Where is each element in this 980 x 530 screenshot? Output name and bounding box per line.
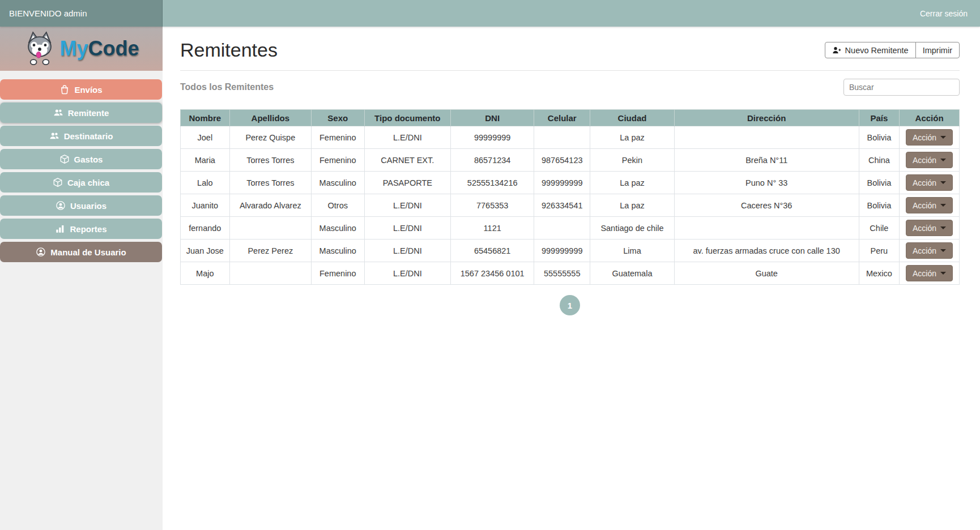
people-icon	[53, 108, 63, 118]
caret-down-icon	[940, 181, 946, 184]
cell-sexo: Otros	[312, 194, 365, 217]
logo: MyCode	[0, 27, 163, 71]
cell-tipo: L.E/DNI	[364, 217, 451, 240]
page-1-button[interactable]: 1	[560, 295, 580, 315]
sidebar-item-remitente[interactable]: Remitente	[0, 102, 162, 123]
print-label: Imprimir	[923, 46, 952, 55]
sidebar-item-manual-de-usuario[interactable]: Manual de Usuario	[0, 242, 162, 262]
table-row: MajoFemeninoL.E/DNI1567 23456 0101555555…	[181, 262, 960, 285]
cell-tipo: L.E/DNI	[364, 240, 451, 262]
user-circle-icon	[56, 200, 66, 211]
accion-dropdown-button[interactable]: Acción	[906, 174, 953, 191]
cell-dni: 1567 23456 0101	[451, 262, 534, 285]
logo-part2: Code	[88, 37, 139, 60]
cell-dni: 1121	[451, 217, 534, 240]
cell-ciudad: Santiago de chile	[590, 217, 675, 240]
col-header-sexo: Sexo	[312, 110, 365, 126]
accion-dropdown-button[interactable]: Acción	[906, 242, 953, 259]
col-header-ciudad: Ciudad	[590, 110, 675, 126]
cell-pais: Bolivia	[859, 126, 899, 149]
sidebar-item-destinatario[interactable]: Destinatario	[0, 126, 162, 146]
caret-down-icon	[940, 249, 946, 252]
cell-ciudad: Lima	[590, 240, 675, 262]
table-row: LaloTorres TorresMasculinoPASAPORTE52555…	[181, 172, 960, 194]
page-header: Remitentes Nuevo Remitente Imprimir	[180, 39, 960, 61]
cube-icon	[53, 177, 63, 187]
sidebar-item-usuarios[interactable]: Usuarios	[0, 195, 162, 216]
cell-sexo: Femenino	[312, 262, 365, 285]
sidebar-item-caja-chica[interactable]: Caja chica	[0, 172, 162, 193]
sidebar-item-label: Manual de Usuario	[50, 247, 126, 257]
cell-ciudad: La paz	[590, 126, 675, 149]
print-button[interactable]: Imprimir	[915, 42, 960, 58]
accion-dropdown-button[interactable]: Acción	[906, 129, 953, 146]
cell-pais: Bolivia	[859, 172, 899, 194]
page-title: Remitentes	[180, 39, 278, 61]
sidebar-item-label: Remitente	[68, 108, 109, 118]
search-input[interactable]	[843, 79, 960, 96]
cell-direccion: Puno N° 33	[674, 172, 859, 194]
cell-ciudad: Guatemala	[590, 262, 675, 285]
table-row: MariaTorres TorresFemeninoCARNET EXT.865…	[181, 149, 960, 172]
accion-label: Acción	[913, 246, 936, 255]
sidebar-item-label: Reportes	[70, 224, 106, 234]
accion-dropdown-button[interactable]: Acción	[906, 152, 953, 168]
cell-tipo: L.E/DNI	[364, 194, 451, 217]
accion-dropdown-button[interactable]: Acción	[906, 265, 953, 281]
cell-accion: Acción	[900, 194, 960, 217]
cell-apellidos: Torres Torres	[229, 149, 311, 172]
cell-dni: 86571234	[451, 149, 534, 172]
table-subtitle: Todos los Remitentes	[180, 82, 274, 92]
sidebar-menu: Envíos Remitente Destinatario Gastos Caj…	[0, 71, 163, 262]
person-plus-icon	[832, 46, 841, 55]
cell-accion: Acción	[900, 149, 960, 172]
cell-direccion: Breña N°11	[674, 149, 859, 172]
col-header-pais: País	[859, 110, 899, 126]
new-remitente-button[interactable]: Nuevo Remitente	[825, 42, 916, 58]
table-toolbar: Todos los Remitentes	[180, 79, 960, 96]
cell-celular	[534, 126, 590, 149]
new-remitente-label: Nuevo Remitente	[845, 46, 909, 55]
col-header-direccion: Dirección	[674, 110, 859, 126]
sidebar-item-gastos[interactable]: Gastos	[0, 149, 162, 169]
col-header-nombre: Nombre	[181, 110, 230, 126]
col-header-apellidos: Apellidos	[229, 110, 311, 126]
bag-icon	[59, 84, 70, 95]
cell-celular: 55555555	[534, 262, 590, 285]
cell-celular: 926334541	[534, 194, 590, 217]
accion-dropdown-button[interactable]: Acción	[906, 197, 953, 213]
table-row: fernandoMasculinoL.E/DNI1121Santiago de …	[181, 217, 960, 240]
caret-down-icon	[940, 204, 946, 207]
cell-dni: 52555134216	[451, 172, 534, 194]
logout-link[interactable]: Cerrar sesión	[920, 9, 968, 18]
cell-apellidos: Torres Torres	[229, 172, 311, 194]
cell-pais: Bolivia	[859, 194, 899, 217]
col-header-accion: Acción	[900, 110, 960, 126]
topbar-right: Cerrar sesión	[163, 0, 980, 27]
cell-pais: Chile	[859, 217, 899, 240]
cell-sexo: Masculino	[312, 217, 365, 240]
accion-label: Acción	[913, 178, 936, 187]
cell-pais: China	[859, 149, 899, 172]
cell-tipo: CARNET EXT.	[364, 149, 451, 172]
cell-tipo: PASAPORTE	[364, 172, 451, 194]
welcome-banner: BIENVENIDO admin	[0, 0, 163, 27]
accion-label: Acción	[913, 224, 936, 233]
cell-sexo: Masculino	[312, 240, 365, 262]
accion-dropdown-button[interactable]: Acción	[906, 220, 953, 236]
cell-celular	[534, 217, 590, 240]
cell-nombre: fernando	[181, 217, 230, 240]
cell-celular: 999999999	[534, 172, 590, 194]
cell-apellidos	[229, 217, 311, 240]
col-header-tipo-documento: Tipo documento	[364, 110, 451, 126]
cell-direccion	[674, 126, 859, 149]
sidebar-item-reportes[interactable]: Reportes	[0, 219, 162, 239]
sidebar-item-label: Caja chica	[67, 178, 109, 187]
cell-direccion: av. fuerzas armadas cruce con calle 130	[674, 240, 859, 262]
sidebar-item-envios[interactable]: Envíos	[0, 79, 162, 100]
caret-down-icon	[940, 136, 946, 139]
header-divider	[180, 70, 960, 71]
table-row: JuanitoAlvarado AlvarezOtrosL.E/DNI77653…	[181, 194, 960, 217]
logo-part1: My	[59, 37, 88, 60]
welcome-text: BIENVENIDO admin	[9, 8, 87, 18]
